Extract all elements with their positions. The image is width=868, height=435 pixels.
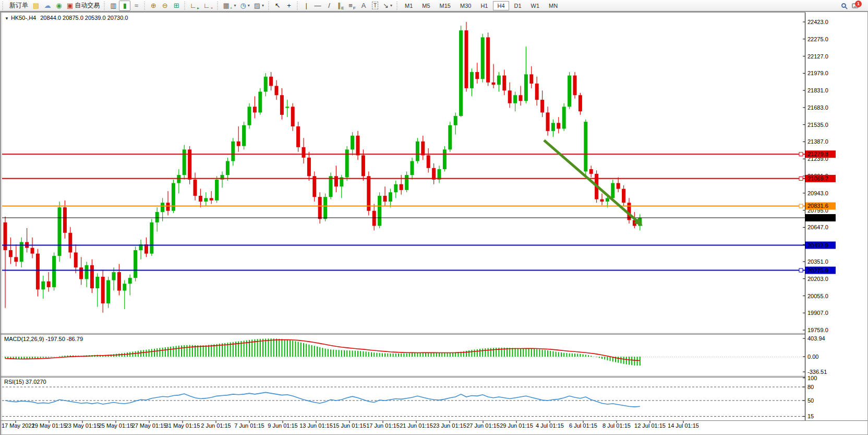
toolbar-separator: [143, 2, 147, 10]
time-tick-label: 17 Jun 01:15: [366, 422, 400, 429]
time-tick-label: 9 Jun 01:15: [268, 422, 298, 429]
price-tick-label: 21683.0: [807, 104, 828, 111]
crosshair-tool[interactable]: +: [283, 1, 295, 11]
text-label-tool[interactable]: T: [369, 1, 381, 11]
svg-text:21069.2: 21069.2: [807, 175, 828, 182]
line-chart-icon[interactable]: ≈: [130, 1, 142, 11]
macd-tick-label: 0.00: [807, 354, 818, 360]
price-tick-label: 22275.0: [807, 36, 828, 42]
timeframe-m5[interactable]: M5: [418, 1, 434, 10]
chart-title: ▼HK50-,H420844.0 20875.0 20539.0 20730.0: [5, 15, 128, 21]
cursor-tool[interactable]: ↖: [272, 1, 283, 11]
time-tick-label: 31 May 01:15: [165, 422, 200, 429]
zoom-out-icon[interactable]: ⊖: [159, 1, 171, 11]
market-watch-icon[interactable]: ▤: [30, 1, 42, 11]
time-tick-label: 7 Jun 01:15: [234, 422, 264, 429]
chart-shift-icon[interactable]: ∟+: [201, 1, 215, 11]
price-tick-label: 21831.0: [807, 87, 828, 93]
time-tick-label: 23 May 01:15: [65, 422, 100, 429]
vertical-line-tool[interactable]: |: [300, 1, 312, 11]
svg-text:20492.9: 20492.9: [807, 242, 828, 249]
rsi-tick-label: 15: [807, 413, 814, 419]
arrows-tool[interactable]: ↘▾: [381, 1, 394, 11]
bar-chart-icon[interactable]: ▥: [107, 1, 119, 11]
price-tick-label: 20055.0: [807, 293, 828, 299]
signals-icon[interactable]: ◉: [53, 1, 65, 11]
price-tick-label: 22127.0: [807, 53, 828, 60]
periods-button[interactable]: ◷▾: [238, 1, 251, 11]
toolbar: 新订单▤☁◉▣自动交易▥▮≈⊕⊖⊞∟▸∟+▦+▾◷▾▨▾↖+|—/∥E≡FAT↘…: [0, 0, 868, 11]
new-order-button[interactable]: 新订单: [6, 1, 30, 11]
chart-canvas[interactable]: 22423.022275.022127.021979.021831.021683…: [0, 11, 868, 435]
zoom-in-icon[interactable]: ⊕: [148, 1, 159, 11]
timeframe-w1[interactable]: W1: [527, 1, 544, 10]
svg-text:20275.9: 20275.9: [807, 267, 828, 274]
time-tick-label: 27 Jun 01:15: [466, 422, 500, 429]
price-tick-label: 21387.0: [807, 138, 828, 145]
chart-window[interactable]: 22423.022275.022127.021979.021831.021683…: [0, 11, 868, 435]
time-tick-label: 13 Jun 01:15: [299, 422, 333, 429]
timeframe-m1[interactable]: M1: [401, 1, 417, 10]
price-tick-label: 21979.0: [807, 70, 828, 76]
time-tick-label: 12 Jul 01:15: [634, 422, 666, 429]
macd-tick-label: -336.51: [807, 369, 827, 375]
time-tick-label: 4 Jul 01:15: [536, 422, 564, 429]
timeframe-m15[interactable]: M15: [436, 1, 455, 10]
fibonacci-tool[interactable]: ≡F: [346, 1, 358, 11]
equidistant-channel-tool[interactable]: ∥E: [335, 1, 346, 11]
trendline-tool[interactable]: /: [323, 1, 335, 11]
toolbar-separator: [395, 2, 399, 10]
candlestick-chart-icon[interactable]: ▮: [119, 1, 130, 11]
toolbar-separator: [267, 2, 271, 10]
time-tick-label: 6 Jul 01:15: [569, 422, 597, 429]
auto-scroll-icon[interactable]: ∟▸: [188, 1, 201, 11]
collapse-arrow-icon[interactable]: ▼: [5, 16, 9, 21]
price-tick-label: 20943.0: [807, 190, 828, 196]
time-tick-label: 29 Jun 01:15: [500, 422, 533, 429]
search-icon[interactable]: [838, 1, 849, 11]
time-tick-label: 27 May 01:15: [132, 422, 167, 429]
timeframe-m30[interactable]: M30: [456, 1, 475, 10]
community-icon[interactable]: ☁: [42, 1, 53, 11]
macd-tick-label: 403.94: [807, 335, 825, 342]
toolbar-separator: [296, 2, 299, 10]
rsi-tick-label: 80: [807, 384, 814, 390]
time-tick-label: 17 May 2022: [2, 422, 35, 429]
svg-text:21279.8: 21279.8: [807, 151, 828, 157]
text-tool[interactable]: A: [358, 1, 369, 11]
price-tick-label: 20203.0: [807, 276, 828, 282]
macd-indicator-label: MACD(12,26,9) -197.50 -86.79: [4, 336, 83, 342]
toolbar-separator: [216, 2, 220, 10]
timeframe-h4[interactable]: H4: [493, 1, 509, 10]
price-tick-label: 19907.0: [807, 310, 828, 316]
time-tick-label: 2 Jun 01:15: [201, 422, 231, 429]
time-tick-label: 15 Jun 01:15: [333, 422, 366, 429]
templates-button[interactable]: ▨▾: [252, 1, 266, 11]
rsi-tick-label: 50: [807, 397, 814, 404]
time-tick-label: 14 Jul 01:15: [668, 422, 699, 429]
price-tick-label: 22423.0: [807, 19, 828, 25]
timeframe-d1[interactable]: D1: [510, 1, 526, 10]
timeframe-h1[interactable]: H1: [476, 1, 492, 10]
tile-windows-icon[interactable]: ⊞: [171, 1, 182, 11]
price-tick-label: 21535.0: [807, 122, 828, 128]
notification-badge: 1: [855, 1, 862, 7]
price-tick-label: 20351.0: [807, 258, 828, 265]
ohlc-values: 20844.0 20875.0 20539.0 20730.0: [40, 15, 128, 21]
toolbar-separator: [103, 2, 106, 10]
chat-icon[interactable]: 1: [849, 1, 861, 11]
symbol-period-label: HK50-,H4: [11, 15, 36, 21]
time-axis[interactable]: 17 May 202219 May 01:1523 May 01:1525 Ma…: [2, 421, 699, 429]
rsi-tick-label: 100: [807, 375, 817, 381]
time-tick-label: 21 Jun 01:15: [400, 422, 433, 429]
time-tick-label: 19 May 01:15: [32, 422, 67, 429]
svg-text:20730.0: 20730.0: [807, 215, 828, 221]
toolbar-separator: [183, 2, 187, 10]
svg-text:20831.6: 20831.6: [807, 203, 828, 209]
horizontal-line-tool[interactable]: —: [312, 1, 323, 11]
new-chart-button[interactable]: ▦+▾: [221, 1, 238, 11]
timeframe-mn[interactable]: MN: [545, 1, 562, 10]
autotrade-button[interactable]: ▣自动交易: [65, 1, 102, 11]
time-tick-label: 25 May 01:15: [99, 422, 134, 429]
toolbar-separator: [1, 2, 5, 10]
